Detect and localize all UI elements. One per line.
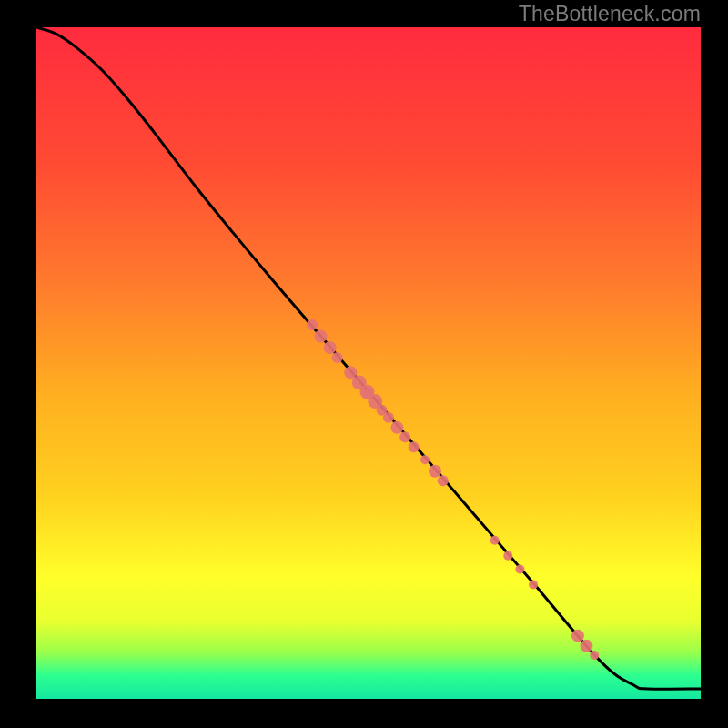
data-point (332, 352, 343, 363)
data-point (529, 581, 538, 590)
data-point (580, 640, 592, 652)
data-point (324, 341, 337, 354)
data-point (363, 388, 374, 399)
data-point (590, 651, 599, 660)
data-point (390, 421, 403, 434)
chart-stage: TheBottleneck.com (0, 0, 728, 728)
plot-area (36, 27, 701, 699)
gradient-background (36, 27, 701, 699)
data-point (503, 551, 512, 561)
watermark-text: TheBottleneck.com (519, 2, 701, 26)
data-point (314, 329, 327, 342)
data-point (571, 630, 584, 642)
data-point (420, 455, 430, 464)
data-point (409, 441, 420, 452)
data-point (515, 565, 524, 574)
data-point (307, 319, 318, 330)
data-point (438, 475, 449, 486)
data-point (429, 465, 441, 478)
data-point (383, 412, 394, 423)
data-point (490, 536, 500, 545)
data-point (399, 431, 410, 442)
